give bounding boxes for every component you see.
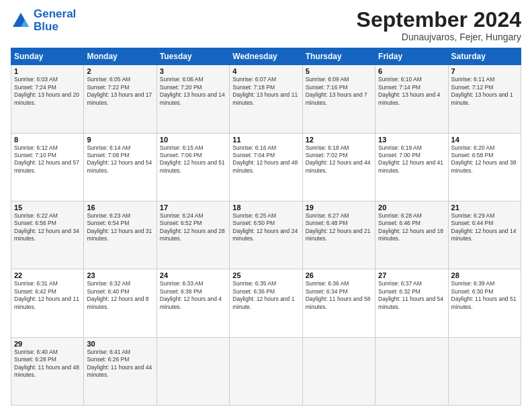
day-info: Sunrise: 6:24 AMSunset: 6:52 PMDaylight:… (160, 212, 226, 243)
day-number: 29 (14, 340, 81, 348)
week-row-1: 1Sunrise: 6:03 AMSunset: 7:24 PMDaylight… (11, 65, 521, 133)
day-cell: 22Sunrise: 6:31 AMSunset: 6:42 PMDayligh… (11, 269, 84, 337)
day-number: 8 (14, 136, 81, 144)
day-cell: 11Sunrise: 6:16 AMSunset: 7:04 PMDayligh… (230, 133, 302, 201)
day-cell (302, 337, 375, 405)
day-number: 17 (160, 203, 226, 212)
day-cell: 9Sunrise: 6:14 AMSunset: 7:08 PMDaylight… (84, 133, 157, 201)
week-row-5: 29Sunrise: 6:40 AMSunset: 6:28 PMDayligh… (11, 337, 521, 405)
day-info: Sunrise: 6:22 AMSunset: 6:56 PMDaylight:… (14, 212, 81, 243)
day-number: 19 (306, 203, 372, 212)
day-info: Sunrise: 6:39 AMSunset: 6:30 PMDaylight:… (451, 280, 518, 311)
logo: General Blue (11, 8, 76, 33)
location: Dunaujvaros, Fejer, Hungary (357, 32, 521, 42)
weekday-friday: Friday (375, 48, 448, 65)
day-cell: 13Sunrise: 6:19 AMSunset: 7:00 PMDayligh… (375, 133, 448, 201)
day-number: 30 (87, 340, 153, 348)
day-cell: 2Sunrise: 6:05 AMSunset: 7:22 PMDaylight… (84, 65, 157, 133)
day-number: 25 (232, 271, 299, 279)
day-info: Sunrise: 6:18 AMSunset: 7:02 PMDaylight:… (306, 144, 372, 175)
weekday-monday: Monday (84, 48, 157, 65)
weekday-sunday: Sunday (11, 48, 84, 65)
weekday-saturday: Saturday (448, 48, 521, 65)
week-row-2: 8Sunrise: 6:12 AMSunset: 7:10 PMDaylight… (11, 133, 521, 201)
weekday-tuesday: Tuesday (157, 48, 229, 65)
day-number: 12 (306, 136, 372, 144)
day-number: 15 (14, 203, 81, 212)
day-info: Sunrise: 6:19 AMSunset: 7:00 PMDaylight:… (378, 144, 445, 175)
day-number: 4 (232, 67, 299, 75)
day-cell: 14Sunrise: 6:20 AMSunset: 6:58 PMDayligh… (448, 133, 521, 201)
day-number: 18 (232, 203, 299, 212)
day-number: 16 (87, 203, 153, 212)
day-info: Sunrise: 6:37 AMSunset: 6:32 PMDaylight:… (378, 280, 445, 311)
day-cell: 27Sunrise: 6:37 AMSunset: 6:32 PMDayligh… (375, 269, 448, 337)
day-info: Sunrise: 6:41 AMSunset: 6:26 PMDaylight:… (87, 349, 153, 379)
day-number: 24 (160, 271, 226, 279)
day-number: 28 (451, 271, 518, 279)
day-number: 3 (160, 67, 226, 75)
day-cell (375, 337, 448, 405)
day-cell: 18Sunrise: 6:25 AMSunset: 6:50 PMDayligh… (230, 201, 302, 269)
week-row-3: 15Sunrise: 6:22 AMSunset: 6:56 PMDayligh… (11, 201, 521, 269)
weekday-thursday: Thursday (302, 48, 375, 65)
calendar-table: SundayMondayTuesdayWednesdayThursdayFrid… (11, 48, 521, 406)
day-info: Sunrise: 6:15 AMSunset: 7:06 PMDaylight:… (160, 144, 226, 175)
day-cell (448, 337, 521, 405)
day-number: 11 (232, 136, 299, 144)
header: General Blue September 2024 Dunaujvaros,… (11, 8, 521, 42)
day-info: Sunrise: 6:07 AMSunset: 7:18 PMDaylight:… (232, 76, 299, 107)
day-cell: 19Sunrise: 6:27 AMSunset: 6:48 PMDayligh… (302, 201, 375, 269)
day-cell: 10Sunrise: 6:15 AMSunset: 7:06 PMDayligh… (157, 133, 229, 201)
day-cell: 17Sunrise: 6:24 AMSunset: 6:52 PMDayligh… (157, 201, 229, 269)
day-info: Sunrise: 6:09 AMSunset: 7:16 PMDaylight:… (306, 76, 372, 107)
day-info: Sunrise: 6:10 AMSunset: 7:14 PMDaylight:… (378, 76, 445, 107)
day-number: 7 (451, 67, 518, 75)
day-number: 26 (306, 271, 372, 279)
day-info: Sunrise: 6:03 AMSunset: 7:24 PMDaylight:… (14, 76, 81, 107)
day-info: Sunrise: 6:05 AMSunset: 7:22 PMDaylight:… (87, 76, 153, 107)
day-cell: 26Sunrise: 6:36 AMSunset: 6:34 PMDayligh… (302, 269, 375, 337)
day-cell (230, 337, 302, 405)
day-number: 27 (378, 271, 445, 279)
day-cell: 21Sunrise: 6:29 AMSunset: 6:44 PMDayligh… (448, 201, 521, 269)
day-number: 23 (87, 271, 153, 279)
logo-text: General Blue (34, 8, 76, 33)
day-cell: 5Sunrise: 6:09 AMSunset: 7:16 PMDaylight… (302, 65, 375, 133)
day-info: Sunrise: 6:32 AMSunset: 6:40 PMDaylight:… (87, 280, 153, 311)
day-info: Sunrise: 6:35 AMSunset: 6:36 PMDaylight:… (232, 280, 299, 311)
day-number: 22 (14, 271, 81, 279)
day-info: Sunrise: 6:11 AMSunset: 7:12 PMDaylight:… (451, 76, 518, 107)
day-cell: 3Sunrise: 6:06 AMSunset: 7:20 PMDaylight… (157, 65, 229, 133)
day-number: 5 (306, 67, 372, 75)
weekday-wednesday: Wednesday (230, 48, 302, 65)
title-block: September 2024 Dunaujvaros, Fejer, Hunga… (357, 8, 521, 42)
day-info: Sunrise: 6:29 AMSunset: 6:44 PMDaylight:… (451, 212, 518, 243)
day-number: 21 (451, 203, 518, 212)
day-cell: 25Sunrise: 6:35 AMSunset: 6:36 PMDayligh… (230, 269, 302, 337)
day-info: Sunrise: 6:16 AMSunset: 7:04 PMDaylight:… (232, 144, 299, 175)
day-cell: 7Sunrise: 6:11 AMSunset: 7:12 PMDaylight… (448, 65, 521, 133)
day-info: Sunrise: 6:28 AMSunset: 6:46 PMDaylight:… (378, 212, 445, 243)
day-cell: 1Sunrise: 6:03 AMSunset: 7:24 PMDaylight… (11, 65, 84, 133)
day-cell (157, 337, 229, 405)
day-cell: 16Sunrise: 6:23 AMSunset: 6:54 PMDayligh… (84, 201, 157, 269)
day-cell: 24Sunrise: 6:33 AMSunset: 6:38 PMDayligh… (157, 269, 229, 337)
day-info: Sunrise: 6:36 AMSunset: 6:34 PMDaylight:… (306, 280, 372, 311)
day-info: Sunrise: 6:12 AMSunset: 7:10 PMDaylight:… (14, 144, 81, 175)
day-info: Sunrise: 6:40 AMSunset: 6:28 PMDaylight:… (14, 349, 81, 379)
logo-icon (11, 11, 31, 31)
day-info: Sunrise: 6:27 AMSunset: 6:48 PMDaylight:… (306, 212, 372, 243)
day-number: 6 (378, 67, 445, 75)
day-number: 1 (14, 67, 81, 75)
weekday-header-row: SundayMondayTuesdayWednesdayThursdayFrid… (11, 48, 521, 65)
day-cell: 15Sunrise: 6:22 AMSunset: 6:56 PMDayligh… (11, 201, 84, 269)
week-row-4: 22Sunrise: 6:31 AMSunset: 6:42 PMDayligh… (11, 269, 521, 337)
day-info: Sunrise: 6:31 AMSunset: 6:42 PMDaylight:… (14, 280, 81, 311)
day-number: 13 (378, 136, 445, 144)
day-number: 2 (87, 67, 153, 75)
month-title: September 2024 (357, 8, 521, 32)
day-cell: 12Sunrise: 6:18 AMSunset: 7:02 PMDayligh… (302, 133, 375, 201)
day-info: Sunrise: 6:14 AMSunset: 7:08 PMDaylight:… (87, 144, 153, 175)
day-number: 10 (160, 136, 226, 144)
